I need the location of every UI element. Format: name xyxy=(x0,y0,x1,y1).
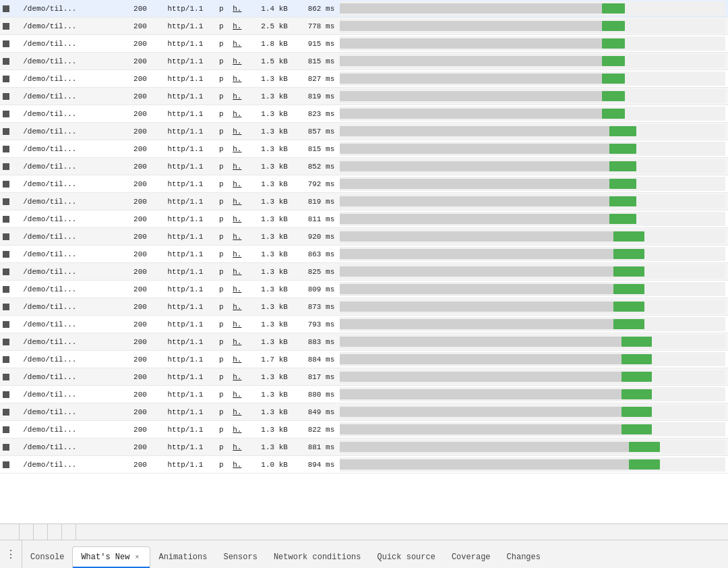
row-checkbox[interactable] xyxy=(0,18,20,35)
row-initiator[interactable]: h. xyxy=(230,210,248,228)
row-checkbox[interactable] xyxy=(0,175,20,193)
table-row[interactable]: /demo/til... 200 http/1.1 p h. 1.3 kB 80… xyxy=(0,281,728,298)
row-checkbox[interactable] xyxy=(0,263,20,281)
row-checkbox[interactable] xyxy=(0,53,20,70)
row-time: 827 ms xyxy=(291,70,337,88)
row-initiator[interactable]: h. xyxy=(230,228,248,246)
row-checkbox[interactable] xyxy=(0,140,20,158)
table-row[interactable]: /demo/til... 200 http/1.1 p h. 1.3 kB 88… xyxy=(0,333,728,351)
table-row[interactable]: /demo/til... 200 http/1.1 p h. 1.3 kB 82… xyxy=(0,263,728,281)
row-checkbox[interactable] xyxy=(0,351,20,368)
row-checkbox[interactable] xyxy=(0,88,20,105)
table-row[interactable]: /demo/til... 200 http/1.1 p h. 1.7 kB 88… xyxy=(0,351,728,368)
table-row[interactable]: /demo/til... 200 http/1.1 p h. 1.3 kB 79… xyxy=(0,175,728,193)
row-checkbox[interactable] xyxy=(0,210,20,228)
row-size: 1.3 kB xyxy=(248,281,291,298)
row-checkbox[interactable] xyxy=(0,421,20,438)
row-checkbox[interactable] xyxy=(0,298,20,316)
row-initiator[interactable]: h. xyxy=(230,246,248,263)
table-row[interactable]: /demo/til... 200 http/1.1 p h. 1.3 kB 81… xyxy=(0,193,728,210)
table-row[interactable]: /demo/til... 200 http/1.1 p h. 1.5 kB 81… xyxy=(0,53,728,70)
row-waterfall xyxy=(337,18,728,35)
row-type: p xyxy=(216,421,230,438)
table-row[interactable]: /demo/til... 200 http/1.1 p h. 1.8 kB 91… xyxy=(0,35,728,53)
row-initiator[interactable]: h. xyxy=(230,35,248,53)
table-row[interactable]: /demo/til... 200 http/1.1 p h. 1.0 kB 89… xyxy=(0,456,728,474)
table-row[interactable]: /demo/til... 200 http/1.1 p h. 1.3 kB 82… xyxy=(0,421,728,438)
row-size: 1.3 kB xyxy=(248,333,291,351)
row-time: 778 ms xyxy=(291,18,337,35)
row-name: /demo/til... xyxy=(20,0,131,18)
row-initiator[interactable]: h. xyxy=(230,53,248,70)
row-protocol: http/1.1 xyxy=(164,70,216,88)
table-row[interactable]: /demo/til... 200 http/1.1 p h. 1.3 kB 87… xyxy=(0,298,728,316)
row-time: 792 ms xyxy=(291,175,337,193)
row-initiator[interactable]: h. xyxy=(230,281,248,298)
row-checkbox[interactable] xyxy=(0,368,20,386)
row-initiator[interactable]: h. xyxy=(230,421,248,438)
row-checkbox[interactable] xyxy=(0,228,20,246)
row-initiator[interactable]: h. xyxy=(230,105,248,123)
row-initiator[interactable]: h. xyxy=(230,263,248,281)
row-type: p xyxy=(216,210,230,228)
row-initiator[interactable]: h. xyxy=(230,175,248,193)
table-row[interactable]: /demo/til... 200 http/1.1 p h. 1.3 kB 82… xyxy=(0,105,728,123)
table-row[interactable]: /demo/til... 200 http/1.1 p h. 1.3 kB 92… xyxy=(0,228,728,246)
row-initiator[interactable]: h. xyxy=(230,88,248,105)
row-checkbox[interactable] xyxy=(0,0,20,18)
row-checkbox[interactable] xyxy=(0,456,20,474)
table-row[interactable]: /demo/til... 200 http/1.1 p h. 1.3 kB 85… xyxy=(0,123,728,140)
network-table-container[interactable]: /demo/til... 200 http/1.1 p h. 1.4 kB 86… xyxy=(0,0,728,474)
row-initiator[interactable]: h. xyxy=(230,193,248,210)
row-initiator[interactable]: h. xyxy=(230,18,248,35)
row-checkbox[interactable] xyxy=(0,158,20,175)
table-row[interactable]: /demo/til... 200 http/1.1 p h. 1.4 kB 86… xyxy=(0,0,728,18)
row-checkbox[interactable] xyxy=(0,386,20,403)
row-time: 862 ms xyxy=(291,0,337,18)
row-initiator[interactable]: h. xyxy=(230,351,248,368)
row-initiator[interactable]: h. xyxy=(230,140,248,158)
row-initiator[interactable]: h. xyxy=(230,386,248,403)
table-row[interactable]: /demo/til... 200 http/1.1 p h. 2.5 kB 77… xyxy=(0,18,728,35)
row-type: p xyxy=(216,298,230,316)
row-initiator[interactable]: h. xyxy=(230,70,248,88)
row-checkbox[interactable] xyxy=(0,438,20,456)
row-type: p xyxy=(216,53,230,70)
row-status: 200 xyxy=(131,35,164,53)
row-initiator[interactable]: h. xyxy=(230,158,248,175)
table-row[interactable]: /demo/til... 200 http/1.1 p h. 1.3 kB 82… xyxy=(0,70,728,88)
row-initiator[interactable]: h. xyxy=(230,316,248,333)
table-row[interactable]: /demo/til... 200 http/1.1 p h. 1.3 kB 86… xyxy=(0,246,728,263)
table-row[interactable]: /demo/til... 200 http/1.1 p h. 1.3 kB 79… xyxy=(0,316,728,333)
row-initiator[interactable]: h. xyxy=(230,368,248,386)
row-initiator[interactable]: h. xyxy=(230,333,248,351)
row-checkbox[interactable] xyxy=(0,193,20,210)
row-name: /demo/til... xyxy=(20,88,131,105)
table-row[interactable]: /demo/til... 200 http/1.1 p h. 1.3 kB 88… xyxy=(0,386,728,403)
row-checkbox[interactable] xyxy=(0,281,20,298)
row-checkbox[interactable] xyxy=(0,123,20,140)
row-initiator[interactable]: h. xyxy=(230,298,248,316)
row-checkbox[interactable] xyxy=(0,403,20,421)
row-initiator[interactable]: h. xyxy=(230,123,248,140)
row-checkbox[interactable] xyxy=(0,70,20,88)
table-row[interactable]: /demo/til... 200 http/1.1 p h. 1.3 kB 81… xyxy=(0,88,728,105)
table-row[interactable]: /demo/til... 200 http/1.1 p h. 1.3 kB 81… xyxy=(0,210,728,228)
row-initiator[interactable]: h. xyxy=(230,403,248,421)
row-checkbox[interactable] xyxy=(0,333,20,351)
row-initiator[interactable]: h. xyxy=(230,0,248,18)
table-row[interactable]: /demo/til... 200 http/1.1 p h. 1.3 kB 81… xyxy=(0,140,728,158)
table-row[interactable]: /demo/til... 200 http/1.1 p h. 1.3 kB 84… xyxy=(0,403,728,421)
row-checkbox[interactable] xyxy=(0,105,20,123)
row-checkbox[interactable] xyxy=(0,35,20,53)
row-initiator[interactable]: h. xyxy=(230,456,248,474)
row-checkbox[interactable] xyxy=(0,316,20,333)
table-row[interactable]: /demo/til... 200 http/1.1 p h. 1.3 kB 81… xyxy=(0,368,728,386)
row-initiator[interactable]: h. xyxy=(230,438,248,456)
row-protocol: http/1.1 xyxy=(164,333,216,351)
table-row[interactable]: /demo/til... 200 http/1.1 p h. 1.3 kB 85… xyxy=(0,158,728,175)
row-status: 200 xyxy=(131,158,164,175)
row-checkbox[interactable] xyxy=(0,246,20,263)
table-row[interactable]: /demo/til... 200 http/1.1 p h. 1.3 kB 88… xyxy=(0,438,728,456)
row-waterfall xyxy=(337,193,728,210)
